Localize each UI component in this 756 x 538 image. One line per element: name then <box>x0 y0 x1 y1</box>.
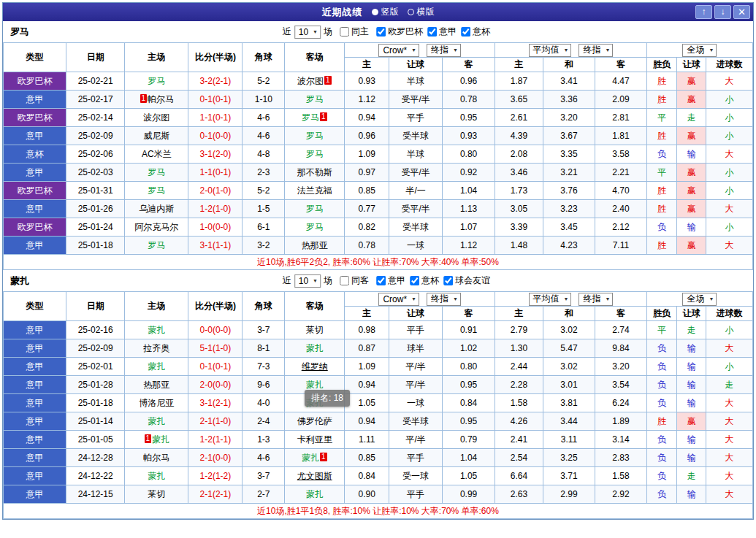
team-link[interactable]: 蒙扎 <box>302 453 319 463</box>
move-down-button[interactable]: ↓ <box>714 5 731 19</box>
team-link[interactable]: 阿尔克马尔 <box>134 222 178 232</box>
team-link[interactable]: 蒙扎 <box>306 343 324 353</box>
home-team-cell[interactable]: 拉齐奥 <box>125 339 188 358</box>
team-link[interactable]: 蒙扎 <box>148 416 165 426</box>
bookmaker-select[interactable]: Crow*▼ <box>378 44 419 57</box>
home-team-cell[interactable]: 罗马 <box>125 72 188 91</box>
home-team-cell[interactable]: 博洛尼亚 <box>125 394 188 412</box>
team-link[interactable]: 罗马 <box>306 204 324 214</box>
away-team-cell[interactable]: 热那亚 <box>285 237 345 255</box>
team-link[interactable]: 那不勒斯 <box>297 167 332 177</box>
home-team-cell[interactable]: 乌迪内斯 <box>125 200 188 218</box>
home-team-cell[interactable]: 罗马 <box>125 164 188 182</box>
away-team-cell[interactable]: 罗马 <box>285 200 345 218</box>
league-filter[interactable]: 意杯 <box>461 26 490 38</box>
league-filter[interactable]: 意甲 <box>427 26 457 38</box>
team-link[interactable]: 蒙扎 <box>148 471 165 481</box>
home-team-cell[interactable]: 莱切 <box>125 485 188 504</box>
view-option-horizontal[interactable]: 横版 <box>408 6 435 18</box>
team-link[interactable]: 蒙扎 <box>306 380 324 390</box>
team-link[interactable]: 罗马 <box>148 240 165 250</box>
odds-stage-select[interactable]: 终指▼ <box>427 293 461 306</box>
odds-stage-select[interactable]: 终指▼ <box>427 44 461 57</box>
team-link[interactable]: 乌迪内斯 <box>139 204 174 214</box>
away-team-cell[interactable]: 罗马 <box>285 91 345 109</box>
league-checkbox[interactable] <box>443 276 453 285</box>
team-link[interactable]: 蒙扎 <box>148 361 165 372</box>
away-team-cell[interactable]: 佛罗伦萨 <box>285 412 345 431</box>
home-team-cell[interactable]: 帕尔马 <box>125 449 188 467</box>
league-checkbox[interactable] <box>376 276 386 285</box>
team-link[interactable]: 维罗纳 <box>302 361 328 372</box>
team-link[interactable]: 拉齐奥 <box>143 343 169 353</box>
team-link[interactable]: 波尔图 <box>297 76 324 86</box>
team-link[interactable]: 罗马 <box>306 222 324 232</box>
home-team-cell[interactable]: 蒙扎 <box>125 412 188 431</box>
home-team-cell[interactable]: 1蒙扎 <box>125 431 188 449</box>
team-link[interactable]: 罗马 <box>148 185 165 196</box>
team-link[interactable]: 罗马 <box>302 112 319 123</box>
home-team-cell[interactable]: 热那亚 <box>125 376 188 394</box>
away-team-cell[interactable]: 莱切 <box>285 321 345 339</box>
league-filter[interactable]: 意杯 <box>410 274 439 287</box>
team-link[interactable]: 蒙扎 <box>152 434 169 445</box>
home-team-cell[interactable]: 蒙扎 <box>125 321 188 339</box>
home-team-cell[interactable]: 罗马 <box>125 182 188 200</box>
close-button[interactable]: ✕ <box>733 5 750 19</box>
team-link[interactable]: 卡利亚里 <box>297 434 332 445</box>
home-team-cell[interactable]: 1帕尔马 <box>125 91 188 109</box>
away-team-cell[interactable]: 罗马1 <box>285 109 345 127</box>
home-team-cell[interactable]: 蒙扎 <box>125 467 188 485</box>
league-checkbox[interactable] <box>461 27 470 36</box>
league-checkbox[interactable] <box>410 276 419 285</box>
away-team-cell[interactable]: 卡利亚里 <box>285 431 345 449</box>
home-team-cell[interactable]: 波尔图 <box>125 109 188 127</box>
home-team-cell[interactable]: 罗马 <box>125 237 188 255</box>
team-link[interactable]: 罗马 <box>148 76 165 86</box>
away-team-cell[interactable]: 那不勒斯 <box>285 164 345 182</box>
recent-count-select[interactable]: 10▼ <box>294 274 321 288</box>
team-link[interactable]: 博洛尼亚 <box>139 398 174 408</box>
away-team-cell[interactable]: 尤文图斯 <box>285 467 345 485</box>
away-team-cell[interactable]: 蒙扎1 <box>285 449 345 467</box>
team-link[interactable]: 莱切 <box>306 325 324 335</box>
team-link[interactable]: 法兰克福 <box>297 185 332 196</box>
fulltime-select[interactable]: 全场▼ <box>682 293 717 306</box>
team-link[interactable]: 罗马 <box>306 94 324 104</box>
team-link[interactable]: 帕尔马 <box>143 453 169 463</box>
average-select[interactable]: 平均值▼ <box>529 44 572 57</box>
home-team-cell[interactable]: 蒙扎 <box>125 358 188 376</box>
team-link[interactable]: 波尔图 <box>143 112 169 123</box>
team-link[interactable]: 威尼斯 <box>143 131 169 141</box>
fulltime-select[interactable]: 全场▼ <box>682 44 717 57</box>
away-team-cell[interactable]: 蒙扎 <box>285 339 345 358</box>
view-option-vertical[interactable]: 竖版 <box>372 6 399 18</box>
bookmaker-select[interactable]: Crow*▼ <box>378 293 419 306</box>
league-filter[interactable]: 意甲 <box>376 274 405 287</box>
league-filter[interactable]: 欧罗巴杯 <box>376 26 423 38</box>
team-link[interactable]: 莱切 <box>148 489 165 499</box>
recent-count-select[interactable]: 10▼ <box>294 26 321 39</box>
home-team-cell[interactable]: AC米兰 <box>125 145 188 164</box>
away-team-cell[interactable]: 罗马 <box>285 145 345 164</box>
away-team-cell[interactable]: 法兰克福 <box>285 182 345 200</box>
team-link[interactable]: 佛罗伦萨 <box>297 416 332 426</box>
home-team-cell[interactable]: 威尼斯 <box>125 127 188 145</box>
home-team-cell[interactable]: 阿尔克马尔 <box>125 218 188 237</box>
team-link[interactable]: AC米兰 <box>142 149 172 159</box>
avg-stage-select[interactable]: 终指▼ <box>579 293 613 306</box>
team-link[interactable]: 热那亚 <box>302 240 328 250</box>
same-venue-input[interactable] <box>340 276 349 285</box>
away-team-cell[interactable]: 波尔图1 <box>285 72 345 91</box>
team-link[interactable]: 罗马 <box>306 131 324 141</box>
away-team-cell[interactable]: 罗马 <box>285 127 345 145</box>
league-checkbox[interactable] <box>427 27 437 36</box>
same-venue-checkbox[interactable]: 同主 <box>340 26 369 38</box>
avg-stage-select[interactable]: 终指▼ <box>579 44 613 57</box>
average-select[interactable]: 平均值▼ <box>529 293 572 306</box>
team-link[interactable]: 热那亚 <box>143 380 169 390</box>
team-link[interactable]: 蒙扎 <box>306 489 324 499</box>
move-up-button[interactable]: ↑ <box>695 5 712 19</box>
same-venue-input[interactable] <box>340 27 349 36</box>
away-team-cell[interactable]: 罗马 <box>285 218 345 237</box>
